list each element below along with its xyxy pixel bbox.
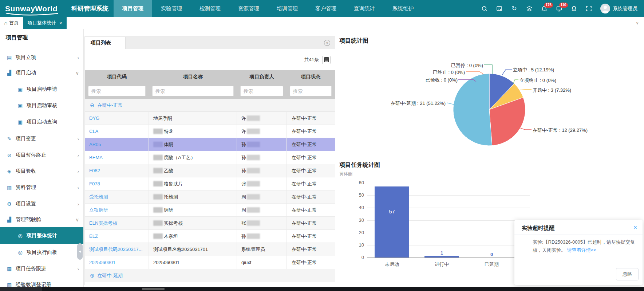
search-input-1[interactable] xyxy=(152,86,234,96)
pie-leader-line xyxy=(520,90,532,90)
table-row[interactable]: BEMA度酸（A工艺）孙在研中-正常 xyxy=(85,151,335,164)
redacted-block xyxy=(153,168,163,173)
project-owner: 孙 xyxy=(241,168,246,174)
group-label: 在研中-正常 xyxy=(98,102,123,109)
table-row[interactable]: ELN实操考核实操考核张在研中-正常 xyxy=(85,217,335,230)
sidebar-item-2[interactable]: ▣项目启动申请 xyxy=(0,83,84,96)
form-entry-icon[interactable] xyxy=(496,5,503,12)
badge-icon: ▣ xyxy=(17,86,23,92)
tab-active[interactable]: 项目整体统计 × xyxy=(23,17,67,29)
sidebar-item-7[interactable]: ◈项目验收› xyxy=(0,165,84,178)
topnav-item-0[interactable]: 项目管理 xyxy=(114,0,152,17)
notification-title: 实验超时提醒 xyxy=(522,225,554,232)
sidebar-item-4[interactable]: ▣项目启动查询 xyxy=(0,115,84,129)
table-row[interactable]: CLA特龙许在研中-正常 xyxy=(85,125,335,138)
user-menu[interactable]: 系统管理员 xyxy=(600,4,638,13)
layers-icon[interactable] xyxy=(526,5,533,12)
table-row[interactable]: F082乙酸孙在研中-正常 xyxy=(85,164,335,177)
sidebar-item-12[interactable]: ◎项目执行面板 xyxy=(0,246,84,259)
home-icon: ⌂ xyxy=(4,20,7,26)
project-name: 调研 xyxy=(164,207,173,213)
redacted-block xyxy=(247,129,260,134)
sidebar-item-0[interactable]: ▤项目立项› xyxy=(0,51,84,64)
monitor-badge: 110 xyxy=(559,3,568,8)
pie-leader-line xyxy=(520,128,532,130)
redacted-block xyxy=(247,181,260,186)
project-code-link[interactable]: BEMA xyxy=(89,155,103,160)
project-code-link[interactable]: 2025060301 xyxy=(89,260,115,265)
topnav-item-5[interactable]: 客户管理 xyxy=(307,0,345,17)
topnav-item-4[interactable]: 培训管理 xyxy=(268,0,307,17)
refresh-icon[interactable]: ↻ xyxy=(511,5,518,12)
sidebar-item-label: 项目验收 xyxy=(16,168,36,174)
table-row[interactable]: DYG地屈孕酮许在研中-正常 xyxy=(85,112,335,125)
project-code-link[interactable]: AR05 xyxy=(89,142,101,147)
topnav-item-6[interactable]: 查询统计 xyxy=(345,0,384,17)
sidebar-item-6[interactable]: ⊘项目暂停终止› xyxy=(0,149,84,162)
table-row[interactable]: F078格鲁肽片张在研中-正常 xyxy=(85,177,335,190)
table-row[interactable]: AR05体酮孙在研中-正常 xyxy=(85,138,335,151)
table-row[interactable]: ELZ木奈坦孙在研中-正常 xyxy=(85,230,335,243)
table-row[interactable]: 测试项目代码20250317...测试项目名称2025031701系统管理员在研… xyxy=(85,243,335,256)
bar-0 xyxy=(375,186,409,257)
sidebar-item-9[interactable]: ⚙项目设置› xyxy=(0,197,84,211)
grid-line xyxy=(367,183,530,183)
project-code-link[interactable]: DYG xyxy=(89,115,99,121)
project-code-link[interactable]: ELZ xyxy=(89,233,98,239)
notification-detail-link[interactable]: 请查看详情<< xyxy=(567,247,596,253)
search-input-2[interactable] xyxy=(240,86,283,96)
sidebar-item-10[interactable]: ▟管理驾驶舱∨ xyxy=(0,213,84,226)
doc-icon: ▤ xyxy=(6,55,12,60)
search-icon[interactable] xyxy=(481,5,488,12)
topnav-item-2[interactable]: 检测管理 xyxy=(191,0,229,17)
horizontal-scrollbar-thumb[interactable] xyxy=(142,288,165,290)
search-input-3[interactable] xyxy=(290,86,332,96)
sidebar-item-1[interactable]: ▟项目启动∨ xyxy=(0,66,84,79)
table-row[interactable]: 20250603012025060301qiuxt在研中-正常 xyxy=(85,256,335,269)
project-owner: 张 xyxy=(241,181,246,187)
topnav-item-7[interactable]: 系统维护 xyxy=(384,0,422,17)
x-axis-label: 已延期 xyxy=(475,261,508,268)
panel-collapse-icon[interactable]: ∨ xyxy=(324,40,330,46)
redacted-block xyxy=(247,194,260,200)
project-code-link[interactable]: 立项调研 xyxy=(89,207,108,213)
pie-leader-line xyxy=(466,72,483,74)
table-row[interactable]: 受托检测托检测周在研中-正常 xyxy=(85,190,335,204)
project-code-link[interactable]: CLA xyxy=(89,129,98,134)
notification-close-icon[interactable]: × xyxy=(633,224,637,231)
sidebar-item-13[interactable]: ▦项目任务跟进› xyxy=(0,262,84,275)
fullscreen-icon[interactable] xyxy=(585,5,593,12)
column-settings-icon[interactable] xyxy=(322,56,331,64)
panel-title-tab[interactable]: 项目列表 xyxy=(85,37,126,49)
topnav-item-3[interactable]: 资源管理 xyxy=(229,0,268,17)
bell-icon[interactable]: 176 xyxy=(541,5,548,12)
sidebar-item-8[interactable]: ▥资料管理› xyxy=(0,181,84,194)
sidebar-item-3[interactable]: ▣项目启动审核 xyxy=(0,99,84,112)
search-input-0[interactable] xyxy=(88,86,146,96)
table-row[interactable]: 立项调研调研周在研中-正常 xyxy=(85,204,335,217)
group-row-0[interactable]: ⊖在研中-正常 xyxy=(85,99,335,112)
edit-icon: ✎ xyxy=(6,136,12,142)
project-code-link[interactable]: 受托检测 xyxy=(89,194,108,200)
project-code-link[interactable]: F078 xyxy=(89,181,100,186)
project-code-link[interactable]: ELN实操考核 xyxy=(89,220,117,227)
monitor-icon[interactable]: 110 xyxy=(556,5,563,12)
project-code-link[interactable]: 测试项目代码20250317... xyxy=(89,246,143,253)
notification-dismiss-button[interactable]: 忽略 xyxy=(616,268,639,280)
sidebar-collapse-handle[interactable]: ◀ xyxy=(77,243,83,260)
tab-list-caret-icon[interactable]: ∨ xyxy=(636,20,644,25)
project-code-link[interactable]: F082 xyxy=(89,168,100,173)
redacted-block xyxy=(153,181,163,186)
omega-icon[interactable]: Ω xyxy=(570,5,578,12)
sidebar-item-14[interactable]: ▨经验教训登记册 xyxy=(0,278,84,287)
bar-icon: ▟ xyxy=(6,70,12,76)
tab-close-icon[interactable]: × xyxy=(59,20,62,26)
project-owner: 系统管理员 xyxy=(241,246,265,253)
project-owner: 周 xyxy=(241,207,246,213)
tab-home[interactable]: ⌂ 首页 xyxy=(0,17,23,29)
group-row-1[interactable]: ⊕在研中-延期 xyxy=(85,269,335,282)
topnav-item-1[interactable]: 实验管理 xyxy=(152,0,191,17)
medal-icon: ◈ xyxy=(6,168,12,174)
sidebar-item-11[interactable]: ◎项目整体统计 xyxy=(0,227,84,244)
sidebar-item-5[interactable]: ✎项目变更› xyxy=(0,132,84,145)
